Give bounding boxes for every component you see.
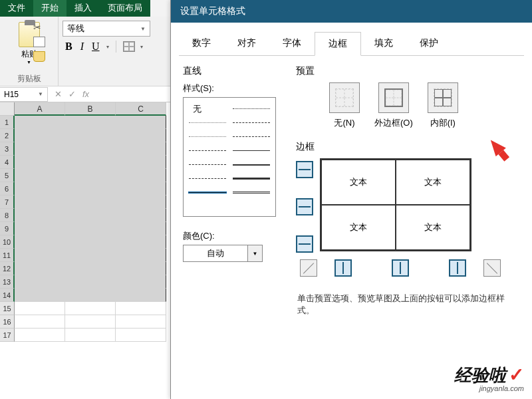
preset-none-button[interactable] xyxy=(329,82,360,113)
row-header[interactable]: 13 xyxy=(0,275,15,289)
cell[interactable] xyxy=(15,182,65,196)
row-header[interactable]: 7 xyxy=(0,196,15,209)
font-name-dropdown[interactable]: 等线 ▼ xyxy=(63,21,150,37)
cell[interactable] xyxy=(116,209,166,222)
line-style-list[interactable]: 无 xyxy=(183,97,276,217)
tab-font[interactable]: 字体 xyxy=(269,32,315,55)
select-all-corner[interactable] xyxy=(0,102,15,116)
tab-border[interactable]: 边框 xyxy=(315,32,361,56)
format-painter-icon[interactable] xyxy=(33,51,45,62)
cell[interactable] xyxy=(65,315,116,329)
bold-button[interactable]: B xyxy=(64,41,74,53)
cell[interactable] xyxy=(65,289,116,302)
cell[interactable] xyxy=(15,142,65,156)
border-left-button[interactable] xyxy=(334,259,352,277)
cell[interactable] xyxy=(65,142,116,156)
tab-layout[interactable]: 页面布局 xyxy=(100,0,150,17)
row-header[interactable]: 8 xyxy=(0,209,15,222)
row-header[interactable]: 2 xyxy=(0,129,15,142)
border-right-button[interactable] xyxy=(449,259,466,277)
border-hmiddle-button[interactable] xyxy=(296,198,313,215)
line-style-option[interactable] xyxy=(233,192,270,194)
border-preview[interactable]: 文本 文本 文本 文本 xyxy=(320,158,471,251)
line-style-option[interactable] xyxy=(189,136,226,137)
cell[interactable] xyxy=(65,235,116,249)
paste-dropdown-arrow[interactable]: ▼ xyxy=(27,60,31,65)
line-style-option[interactable] xyxy=(189,150,226,151)
cell[interactable] xyxy=(15,329,65,342)
tab-home[interactable]: 开始 xyxy=(33,0,66,17)
tab-file[interactable]: 文件 xyxy=(0,0,33,17)
cell[interactable] xyxy=(116,329,166,342)
line-style-option[interactable] xyxy=(233,122,270,123)
line-style-selected[interactable] xyxy=(189,192,226,193)
cell[interactable] xyxy=(65,329,116,342)
chevron-down-icon[interactable]: ▾ xyxy=(140,44,143,50)
border-diag-up-button[interactable] xyxy=(483,259,501,277)
cell[interactable] xyxy=(116,315,166,329)
col-header-c[interactable]: C xyxy=(116,102,166,116)
cut-icon[interactable]: ✂ xyxy=(33,22,45,33)
row-header[interactable]: 9 xyxy=(0,222,15,235)
border-top-button[interactable] xyxy=(296,161,313,178)
tab-fill[interactable]: 填充 xyxy=(361,32,406,55)
chevron-down-icon[interactable]: ▾ xyxy=(106,44,109,50)
paste-button[interactable]: 粘贴 ▼ xyxy=(3,19,55,65)
cell[interactable] xyxy=(15,209,65,222)
tab-number[interactable]: 数字 xyxy=(179,32,224,55)
cell[interactable] xyxy=(15,235,65,249)
cell[interactable] xyxy=(65,196,116,209)
cell[interactable] xyxy=(15,249,65,262)
confirm-icon[interactable]: ✓ xyxy=(68,89,76,99)
cell[interactable] xyxy=(116,222,166,235)
col-header-a[interactable]: A xyxy=(15,102,65,116)
row-header[interactable]: 11 xyxy=(0,249,15,262)
cell[interactable] xyxy=(15,262,65,275)
cell[interactable] xyxy=(15,156,65,169)
tab-protect[interactable]: 保护 xyxy=(406,32,452,55)
cell[interactable] xyxy=(15,129,65,142)
border-diag-down-button[interactable] xyxy=(300,259,317,277)
fx-icon[interactable]: fx xyxy=(82,89,89,99)
cell[interactable] xyxy=(15,196,65,209)
cell[interactable] xyxy=(65,116,116,129)
cell[interactable] xyxy=(65,222,116,235)
cell[interactable] xyxy=(15,116,65,129)
cell[interactable] xyxy=(65,156,116,169)
row-header[interactable]: 5 xyxy=(0,169,15,182)
line-style-option[interactable] xyxy=(233,108,270,109)
line-style-option[interactable] xyxy=(233,136,270,137)
cell[interactable] xyxy=(116,262,166,275)
line-style-option[interactable] xyxy=(189,164,226,165)
cell[interactable] xyxy=(116,169,166,182)
line-style-option[interactable] xyxy=(233,150,270,151)
cell[interactable] xyxy=(116,182,166,196)
cell[interactable] xyxy=(65,209,116,222)
cell[interactable] xyxy=(65,302,116,315)
underline-button[interactable]: U xyxy=(90,41,101,53)
row-header[interactable]: 12 xyxy=(0,262,15,275)
row-header[interactable]: 6 xyxy=(0,182,15,196)
cell[interactable] xyxy=(116,235,166,249)
row-header[interactable]: 10 xyxy=(0,235,15,249)
cell[interactable] xyxy=(65,169,116,182)
cell[interactable] xyxy=(65,249,116,262)
cell[interactable] xyxy=(15,302,65,315)
preset-outline-button[interactable] xyxy=(378,82,409,113)
cell[interactable] xyxy=(116,302,166,315)
cell[interactable] xyxy=(65,129,116,142)
cell[interactable] xyxy=(116,196,166,209)
borders-button[interactable] xyxy=(123,41,135,52)
line-style-option[interactable] xyxy=(233,164,270,166)
name-box[interactable]: H15 ▼ xyxy=(0,87,48,102)
row-header[interactable]: 3 xyxy=(0,142,15,156)
cell[interactable] xyxy=(116,156,166,169)
cell[interactable] xyxy=(65,275,116,289)
col-header-b[interactable]: B xyxy=(65,102,116,116)
preset-inside-button[interactable] xyxy=(428,82,458,113)
row-header[interactable]: 15 xyxy=(0,302,15,315)
cancel-icon[interactable]: ✕ xyxy=(55,89,62,99)
cell[interactable] xyxy=(116,129,166,142)
italic-button[interactable]: I xyxy=(79,41,85,53)
cell[interactable] xyxy=(15,289,65,302)
